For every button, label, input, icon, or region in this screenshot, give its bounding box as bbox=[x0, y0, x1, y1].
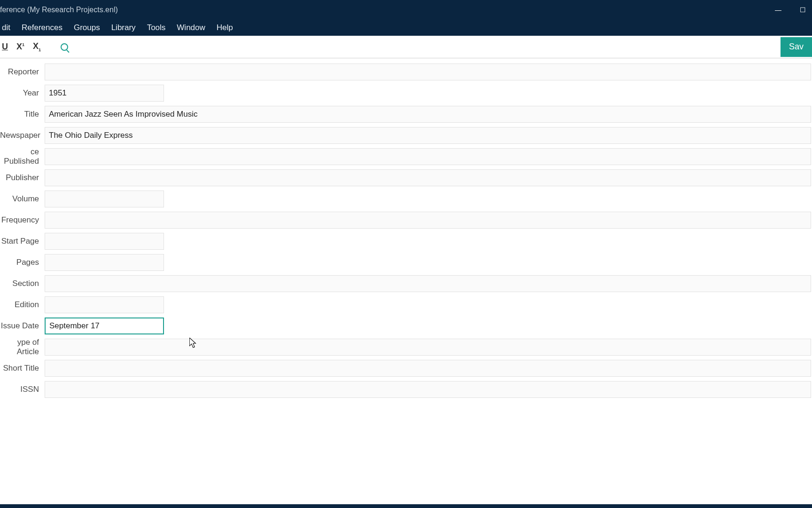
row-issn: ISSN bbox=[0, 379, 812, 400]
input-frequency[interactable] bbox=[45, 212, 811, 229]
input-newspaper[interactable] bbox=[45, 127, 811, 144]
row-issue-date: Issue Date bbox=[0, 315, 812, 336]
label-issue-date: Issue Date bbox=[0, 321, 45, 331]
maximize-button[interactable]: ☐ bbox=[797, 6, 808, 14]
label-type-of-article: ype of Article bbox=[0, 338, 45, 357]
menu-tools[interactable]: Tools bbox=[141, 20, 172, 35]
row-frequency: Frequency bbox=[0, 209, 812, 230]
label-reporter: Reporter bbox=[0, 67, 45, 77]
search-icon[interactable] bbox=[61, 43, 68, 51]
row-short-title: Short Title bbox=[0, 357, 812, 379]
input-volume[interactable] bbox=[45, 190, 164, 207]
label-short-title: Short Title bbox=[0, 364, 45, 373]
label-newspaper: Newspaper bbox=[0, 131, 45, 140]
row-newspaper: Newspaper bbox=[0, 125, 812, 146]
row-start-page: Start Page bbox=[0, 230, 812, 252]
label-frequency: Frequency bbox=[0, 215, 45, 225]
row-publisher: Publisher bbox=[0, 167, 812, 188]
label-place-published: ce Published bbox=[0, 147, 45, 166]
row-edition: Edition bbox=[0, 294, 812, 315]
menu-edit[interactable]: dit bbox=[0, 20, 16, 35]
input-section[interactable] bbox=[45, 275, 811, 292]
subscript-button[interactable]: X1 bbox=[31, 41, 43, 52]
form-area: Reporter Year Title Newspaper ce Publish… bbox=[0, 58, 812, 504]
window-title: ference (My Research Projects.enl) bbox=[0, 6, 118, 14]
row-title: Title bbox=[0, 103, 812, 125]
input-type-of-article[interactable] bbox=[45, 339, 811, 356]
row-place-published: ce Published bbox=[0, 146, 812, 167]
input-publisher[interactable] bbox=[45, 169, 811, 186]
menubar: dit References Groups Library Tools Wind… bbox=[0, 20, 812, 36]
label-title: Title bbox=[0, 110, 45, 119]
menu-references[interactable]: References bbox=[16, 20, 68, 35]
menu-groups[interactable]: Groups bbox=[68, 20, 106, 35]
titlebar: ference (My Research Projects.enl) — ☐ bbox=[0, 0, 812, 20]
input-reporter[interactable] bbox=[45, 64, 811, 80]
toolbar-format-group: U X1 X1 bbox=[0, 41, 68, 52]
input-place-published[interactable] bbox=[45, 148, 811, 165]
input-title[interactable] bbox=[45, 106, 811, 123]
toolbar: U X1 X1 Sav bbox=[0, 36, 812, 58]
label-issn: ISSN bbox=[0, 385, 45, 394]
label-start-page: Start Page bbox=[0, 237, 45, 246]
row-volume: Volume bbox=[0, 188, 812, 209]
input-year[interactable] bbox=[45, 85, 164, 102]
label-year: Year bbox=[0, 88, 45, 98]
label-publisher: Publisher bbox=[0, 173, 45, 183]
input-issn[interactable] bbox=[45, 381, 811, 398]
row-year: Year bbox=[0, 82, 812, 103]
underline-button[interactable]: U bbox=[0, 42, 10, 52]
menu-library[interactable]: Library bbox=[106, 20, 141, 35]
menu-help[interactable]: Help bbox=[211, 20, 239, 35]
row-type-of-article: ype of Article bbox=[0, 336, 812, 357]
input-issue-date[interactable] bbox=[45, 318, 164, 334]
minimize-button[interactable]: — bbox=[773, 6, 784, 14]
window-controls: — ☐ bbox=[773, 6, 808, 14]
input-edition[interactable] bbox=[45, 296, 164, 313]
superscript-button[interactable]: X1 bbox=[15, 42, 26, 52]
input-short-title[interactable] bbox=[45, 360, 811, 377]
input-start-page[interactable] bbox=[45, 233, 164, 250]
row-reporter: Reporter bbox=[0, 61, 812, 82]
row-section: Section bbox=[0, 273, 812, 294]
label-section: Section bbox=[0, 279, 45, 288]
label-volume: Volume bbox=[0, 194, 45, 204]
label-pages: Pages bbox=[0, 258, 45, 267]
save-button[interactable]: Sav bbox=[781, 37, 812, 57]
input-pages[interactable] bbox=[45, 254, 164, 271]
row-pages: Pages bbox=[0, 252, 812, 273]
menu-window[interactable]: Window bbox=[171, 20, 211, 35]
label-edition: Edition bbox=[0, 300, 45, 310]
